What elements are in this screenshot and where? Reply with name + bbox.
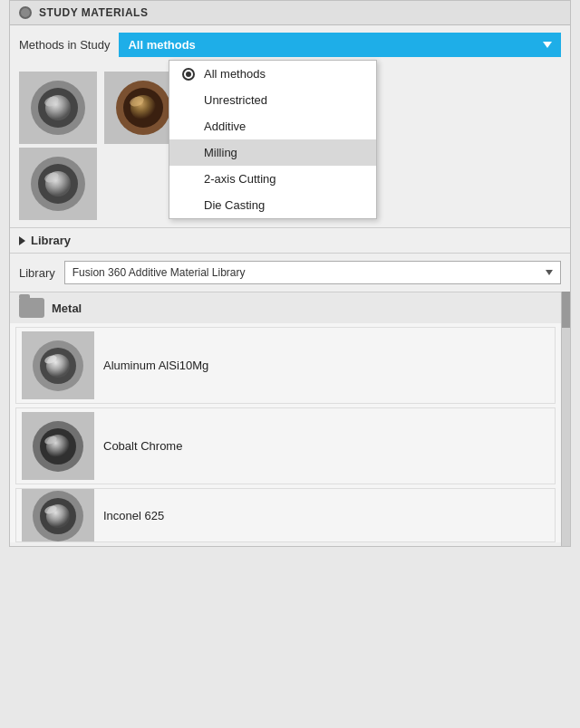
materials-scroll-container: Metal [10,292,570,546]
material-thumb-inconel [22,488,94,542]
dropdown-item-all-methods[interactable]: All methods [169,61,376,87]
dropdown-item-unrestricted[interactable]: Unrestricted [169,87,376,113]
folder-name-metal: Metal [52,302,82,315]
library-dropdown[interactable]: Fusion 360 Additive Material Library [64,261,561,284]
thumbnail-1[interactable] [19,72,97,144]
material-item-aluminum[interactable]: Aluminum AlSi10Mg [15,327,556,404]
material-item-inconel[interactable]: Inconel 625 [15,488,556,542]
dropdown-item-additive[interactable]: Additive [169,113,376,139]
material-item-cobalt[interactable]: Cobalt Chrome [15,407,556,484]
dropdown-menu: All methods Unrestricted Additive Millin… [169,60,377,219]
dropdown-label-die-casting: Die Casting [204,198,265,212]
radio-all-methods [182,68,195,81]
material-name-cobalt: Cobalt Chrome [103,439,182,453]
materials-list: Metal [10,292,561,542]
methods-row: Methods in Study All methods All methods… [10,25,570,64]
dropdown-item-die-casting[interactable]: Die Casting [169,192,376,218]
study-materials-panel: STUDY MATERIALS Methods in Study All met… [9,0,571,547]
methods-dropdown-value: All methods [128,38,195,52]
library-section-title: Library [31,234,71,247]
dropdown-label-additive: Additive [204,120,246,133]
dropdown-item-milling[interactable]: Milling [169,139,376,166]
collapse-icon[interactable] [19,6,32,19]
library-expand-icon [19,236,25,245]
panel-header: STUDY MATERIALS [10,1,570,25]
folder-header-metal[interactable]: Metal [10,292,561,323]
material-thumb-aluminum [22,331,94,399]
dropdown-label-unrestricted: Unrestricted [204,93,267,107]
methods-label: Methods in Study [19,38,110,52]
dropdown-label-milling: Milling [204,146,237,159]
material-name-aluminum: Aluminum AlSi10Mg [103,359,208,372]
library-dropdown-arrow-icon [546,270,553,275]
library-row: Library Fusion 360 Additive Material Lib… [10,254,570,292]
scroll-content: Metal [10,292,561,546]
thumbnail-5[interactable] [19,148,97,220]
library-label: Library [19,266,55,280]
panel-title: STUDY MATERIALS [39,6,148,19]
material-name-inconel: Inconel 625 [103,509,164,522]
dropdown-label-2axis: 2-axis Cutting [204,172,276,186]
dropdown-label-all-methods: All methods [204,67,266,81]
dropdown-arrow-icon [543,42,552,48]
library-dropdown-value: Fusion 360 Additive Material Library [72,266,246,279]
scrollbar[interactable] [561,292,570,546]
folder-icon [19,298,44,318]
scrollbar-thumb[interactable] [562,292,570,328]
material-thumb-cobalt [22,412,94,480]
methods-dropdown[interactable]: All methods [119,33,561,57]
library-section-bar[interactable]: Library [10,227,570,254]
radio-inner [186,72,191,77]
dropdown-item-2axis[interactable]: 2-axis Cutting [169,166,376,192]
